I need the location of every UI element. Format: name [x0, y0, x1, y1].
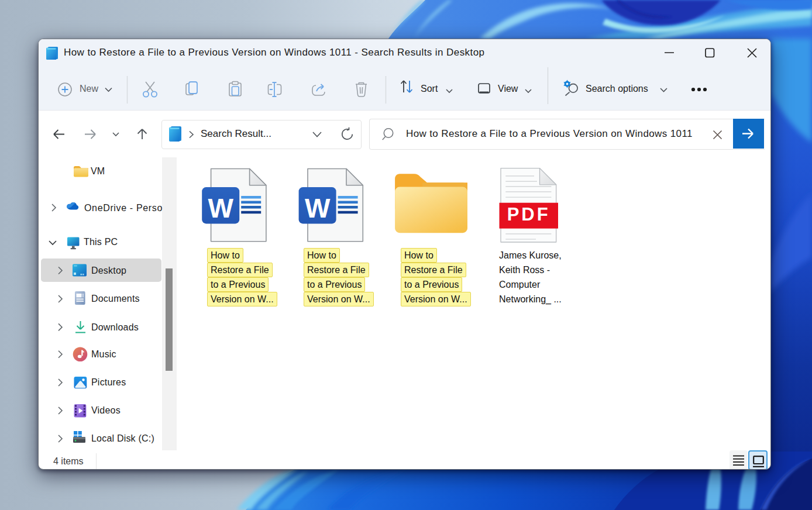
- svg-text:PDF: PDF: [507, 204, 550, 225]
- svg-text:W: W: [305, 193, 331, 223]
- svg-text:W: W: [208, 193, 233, 223]
